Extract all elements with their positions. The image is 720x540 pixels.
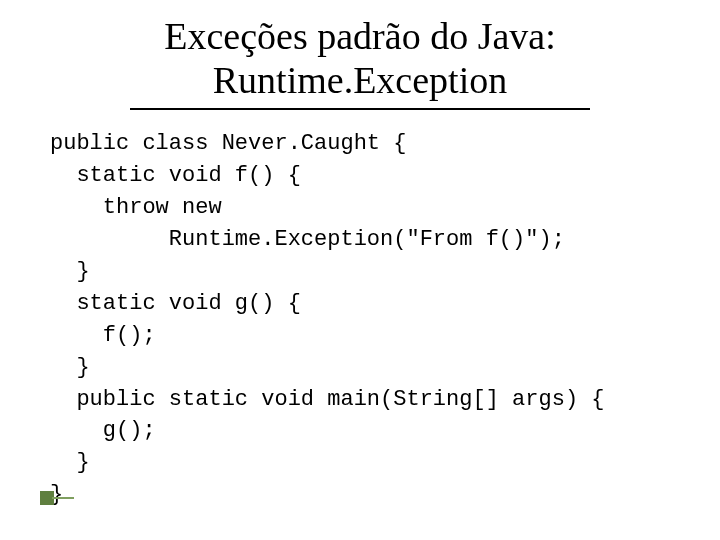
code-block: public class Never.Caught { static void … xyxy=(50,128,670,511)
code-line: f(); xyxy=(50,323,156,348)
line-icon xyxy=(52,497,74,499)
slide-title: Exceções padrão do Java: Runtime.Excepti… xyxy=(130,15,590,110)
code-line: public static void main(String[] args) { xyxy=(50,387,605,412)
code-line: throw new xyxy=(50,195,222,220)
code-line: } xyxy=(50,355,90,380)
code-line: g(); xyxy=(50,418,156,443)
code-line: } xyxy=(50,259,90,284)
bullet-marker-icon xyxy=(40,491,74,505)
title-line-2: Runtime.Exception xyxy=(130,59,590,103)
code-line: } xyxy=(50,450,90,475)
code-line: Runtime.Exception("From f()"); xyxy=(50,227,565,252)
code-line: static void f() { xyxy=(50,163,301,188)
title-line-1: Exceções padrão do Java: xyxy=(130,15,590,59)
code-line: static void g() { xyxy=(50,291,301,316)
code-line: public class Never.Caught { xyxy=(50,131,406,156)
slide-container: Exceções padrão do Java: Runtime.Excepti… xyxy=(0,0,720,540)
